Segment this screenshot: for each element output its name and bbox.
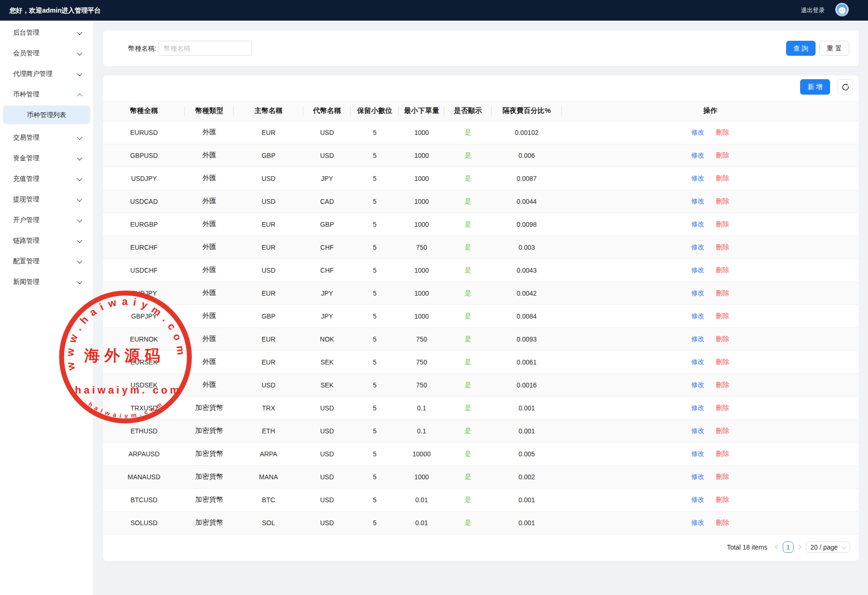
svg-text:haiwaiym. com: haiwaiym. com [75,384,182,396]
svg-text:海外源码: 海外源码 [84,347,165,364]
